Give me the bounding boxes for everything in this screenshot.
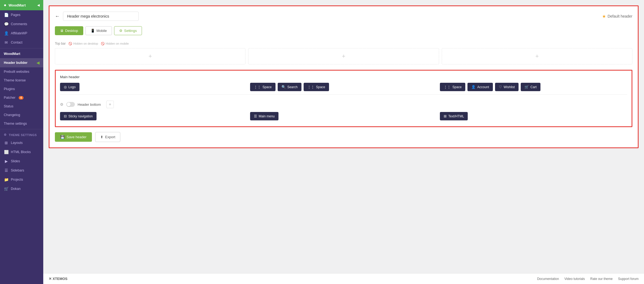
sidebar-item-status[interactable]: Status: [0, 102, 43, 111]
sidebar-item-label: Theme license: [4, 78, 26, 82]
documentation-link[interactable]: Documentation: [537, 277, 559, 281]
sidebar-item-affiliatewp[interactable]: 👤 AffiliateWP: [0, 29, 43, 38]
export-button[interactable]: ⬆ Export: [95, 132, 121, 142]
sidebar-item-projects[interactable]: 📁 Projects: [0, 175, 43, 184]
sidebar-logo-label: WoodMart: [9, 3, 26, 7]
theme-settings-icon: ⚙: [4, 133, 7, 137]
sidebar-item-patcher[interactable]: Patcher 4: [0, 93, 43, 102]
main-menu-button[interactable]: ☰ Main menu: [250, 112, 278, 120]
header-bottom-toggle[interactable]: [66, 102, 75, 107]
main-area: ← ★ Default header 🖥 Desktop 📱 Mobile: [43, 0, 644, 284]
space3-label: Space: [452, 85, 462, 89]
header-title-bar: ← ★ Default header: [55, 12, 632, 21]
rate-theme-link[interactable]: Rate our theme: [590, 277, 613, 281]
sidebar-item-label: Slides: [11, 159, 20, 163]
header-bottom-divider: ⚙ Header bottom + ⊟ Sticky navigation: [60, 94, 627, 122]
search-button[interactable]: 🔍 Search: [278, 83, 301, 91]
dokan-icon: 🛒: [4, 187, 9, 191]
top-bar-cell-center[interactable]: +: [248, 48, 439, 64]
header-bottom-gear-icon[interactable]: ⚙: [60, 102, 64, 107]
account-button[interactable]: 👤 Account: [467, 83, 493, 91]
sidebar-item-label: Comments: [11, 22, 27, 26]
eye-off-desktop-icon: 🚫: [68, 42, 72, 45]
sidebar-item-label: Layouts: [11, 141, 23, 145]
sidebar-item-pages[interactable]: 📄 Pages: [0, 10, 43, 19]
tab-desktop[interactable]: 🖥 Desktop: [55, 26, 83, 35]
top-bar-cell-right[interactable]: +: [442, 48, 632, 64]
default-header-label: Default header: [608, 14, 632, 18]
sticky-nav-label: Sticky navigation: [68, 114, 93, 118]
sidebar-item-label: Changelog: [4, 113, 20, 117]
cart-label: Cart: [530, 85, 537, 89]
sidebar-item-label: Patcher: [4, 96, 15, 100]
logo-button[interactable]: ◎ Logo: [60, 83, 79, 91]
space2-button[interactable]: ⋮⋮ Space: [304, 83, 329, 91]
sidebar-item-label: Prebuilt websites: [4, 70, 29, 74]
header-bottom-add-button[interactable]: +: [106, 101, 114, 108]
space2-label: Space: [316, 85, 325, 89]
sidebar-item-label: Dokan: [11, 187, 21, 191]
space3-icon: ⋮⋮: [444, 85, 451, 89]
sidebar-item-theme-settings-sub[interactable]: Theme settings: [0, 119, 43, 128]
sidebar-item-slides[interactable]: ▶ Slides: [0, 157, 43, 166]
tab-settings[interactable]: ⚙ Settings: [114, 26, 142, 35]
sticky-nav-button[interactable]: ⊟ Sticky navigation: [60, 112, 97, 120]
add-icon-left: +: [148, 53, 152, 60]
sidebar-item-layouts[interactable]: ⊞ Layouts: [0, 138, 43, 147]
space2-icon: ⋮⋮: [307, 85, 314, 89]
main-header-elements-row: ◎ Logo ⋮⋮ Space 🔍 Search: [60, 83, 627, 91]
support-forum-link[interactable]: Support forum: [618, 277, 639, 281]
theme-settings-label: Theme settings: [9, 133, 37, 137]
cart-button[interactable]: 🛒 Cart: [521, 83, 540, 91]
text-html-button[interactable]: ⊞ Text/HTML: [440, 112, 468, 120]
sidebar-item-label: Theme settings: [4, 122, 27, 126]
export-icon: ⬆: [100, 135, 103, 139]
comments-icon: 💬: [4, 22, 9, 26]
save-label: Save header: [67, 135, 87, 139]
sidebar-item-dokan[interactable]: 🛒 Dokan: [0, 184, 43, 193]
logo-label: Logo: [68, 85, 76, 89]
sidebar-item-prebuilt-websites[interactable]: Prebuilt websites: [0, 67, 43, 76]
sidebar-item-woodmart[interactable]: WoodMart: [0, 49, 43, 58]
header-bottom-center-group: ☰ Main menu: [250, 112, 437, 120]
top-bar-cell-left[interactable]: +: [55, 48, 245, 64]
save-icon: 💾: [60, 135, 65, 139]
sidebar-item-header-builder[interactable]: Header builder ◀: [0, 58, 43, 67]
header-bottom-label: Header bottom: [78, 103, 101, 107]
sidebar-item-label: Plugins: [4, 87, 15, 91]
account-label: Account: [477, 85, 489, 89]
top-bar-row: + + +: [55, 48, 632, 64]
html-blocks-icon: ⬜: [4, 150, 9, 154]
search-icon: 🔍: [281, 85, 286, 89]
footer-logo: ✕ XTEMOS: [49, 277, 68, 281]
sidebar-item-changelog[interactable]: Changelog: [0, 111, 43, 119]
header-title-input[interactable]: [63, 12, 139, 21]
sidebar-item-comments[interactable]: 💬 Comments: [0, 19, 43, 29]
xtemos-logo-label: ✕ XTEMOS: [49, 277, 68, 281]
space3-button[interactable]: ⋮⋮ Space: [440, 83, 465, 91]
cart-icon: 🛒: [525, 85, 529, 89]
sidebar-item-theme-license[interactable]: Theme license: [0, 76, 43, 85]
save-header-button[interactable]: 💾 Save header: [55, 132, 92, 142]
video-tutorials-link[interactable]: Video tutorials: [564, 277, 585, 281]
space1-button[interactable]: ⋮⋮ Space: [250, 83, 275, 91]
sidebar-item-label: HTML Blocks: [11, 150, 31, 154]
tab-mobile[interactable]: 📱 Mobile: [85, 26, 112, 35]
footer-links: Documentation Video tutorials Rate our t…: [537, 277, 639, 281]
text-html-label: Text/HTML: [448, 114, 464, 118]
settings-tab-icon: ⚙: [119, 29, 122, 33]
header-bottom-left-group: ⊟ Sticky navigation: [60, 112, 247, 120]
logo-icon: ◎: [64, 85, 67, 89]
sidebar-item-contact[interactable]: ✉ Contact: [0, 38, 43, 47]
sidebar-item-plugins[interactable]: Plugins: [0, 85, 43, 93]
wishlist-button[interactable]: ♡ Wishlist: [495, 83, 519, 91]
builder-container: ← ★ Default header 🖥 Desktop 📱 Mobile: [49, 5, 639, 148]
tab-mobile-label: Mobile: [97, 29, 107, 33]
tab-desktop-label: Desktop: [65, 29, 78, 33]
sidebar-item-html-blocks[interactable]: ⬜ HTML Blocks: [0, 147, 43, 157]
sidebar-logo[interactable]: ● WoodMart ◀: [0, 0, 43, 10]
back-arrow-button[interactable]: ←: [55, 14, 60, 19]
account-icon: 👤: [471, 85, 476, 89]
sidebar-item-sidebars[interactable]: ☰ Sidebars: [0, 166, 43, 175]
sidebar: ● WoodMart ◀ 📄 Pages 💬 Comments 👤 Affili…: [0, 0, 43, 284]
